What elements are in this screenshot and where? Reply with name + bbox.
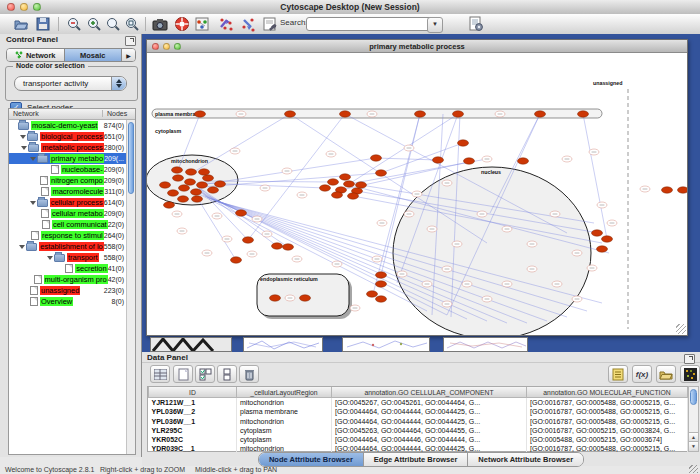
attribute-list-icon[interactable]: [608, 365, 628, 383]
tree-item[interactable]: Overview8(0): [9, 296, 127, 307]
tree-scrollbar-thumb[interactable]: [128, 122, 134, 194]
zoom-out-icon[interactable]: [66, 16, 82, 32]
tree-item[interactable]: nucleobase-209(0): [9, 164, 127, 175]
expander-icon[interactable]: [30, 199, 37, 206]
tree-item[interactable]: primary metabo209(...: [9, 153, 127, 164]
table-mode-icon[interactable]: [150, 365, 170, 383]
background-window-fragment[interactable]: [243, 337, 323, 352]
network-node[interactable]: [168, 190, 179, 196]
background-window-fragment[interactable]: [150, 337, 232, 352]
network-node[interactable]: [344, 181, 355, 187]
network-node[interactable]: [197, 182, 208, 188]
network-node[interactable]: [172, 167, 183, 173]
network-node[interactable]: [602, 236, 613, 242]
network-node[interactable]: [236, 210, 247, 216]
tree-scrollbar[interactable]: [126, 120, 135, 454]
tree-item[interactable]: multi-organism pro42(0): [9, 274, 127, 285]
tree-column-nodes[interactable]: Nodes: [102, 110, 127, 117]
expander-icon[interactable]: [47, 254, 54, 261]
tab-overflow-arrow[interactable]: ▶: [122, 49, 135, 61]
network-node[interactable]: [270, 295, 281, 301]
select-attributes-icon[interactable]: [195, 365, 215, 383]
tree-item[interactable]: metabolic process280(0): [9, 142, 127, 153]
frame-titlebar[interactable]: primary metabolic process: [147, 40, 687, 53]
network-node[interactable]: [164, 202, 175, 208]
network-node[interactable]: [348, 193, 359, 199]
tree-item[interactable]: transport558(0): [9, 252, 127, 263]
tree-item[interactable]: macromolecule311(0): [9, 186, 127, 197]
network-canvas[interactable]: plasma membrane cytoplasm mitochondrion …: [147, 53, 687, 335]
attribute-matrix-icon[interactable]: [680, 365, 700, 383]
network-node[interactable]: [272, 243, 283, 249]
network-node[interactable]: [376, 281, 387, 287]
network-node[interactable]: [243, 237, 254, 243]
tree-column-network[interactable]: Network: [13, 110, 39, 117]
network-node[interactable]: [185, 179, 196, 185]
tab-mosaic[interactable]: Mosaic: [65, 49, 123, 61]
search-config-icon[interactable]: [468, 16, 484, 32]
tree-item[interactable]: establishment of lo558(0): [9, 241, 127, 252]
window-resize-grip[interactable]: [689, 465, 698, 473]
network-node[interactable]: [415, 111, 426, 117]
snapshot-icon[interactable]: [152, 16, 168, 32]
import-attributes-icon[interactable]: [656, 365, 676, 383]
tree-item[interactable]: secretion41(0): [9, 263, 127, 274]
table-scrollbar-thumb[interactable]: [690, 389, 697, 405]
network-node[interactable]: [231, 257, 242, 263]
network-node[interactable]: [367, 291, 378, 297]
network-node[interactable]: [179, 185, 190, 191]
network-node[interactable]: [678, 187, 688, 193]
tree-item[interactable]: nitrogen compo209(0): [9, 175, 127, 186]
background-window-fragment[interactable]: [342, 337, 430, 352]
layout-icon-b[interactable]: [240, 16, 256, 32]
table-row[interactable]: YPL036W__2plasma membrane[GO:0044464, GO…: [149, 407, 688, 416]
column-header[interactable]: annotation.GO MOLECULAR_FUNCTION: [527, 387, 688, 398]
network-node[interactable]: [320, 185, 331, 191]
network-node[interactable]: [340, 111, 351, 117]
tree-item[interactable]: cell communicat22(0): [9, 219, 127, 230]
network-node[interactable]: [208, 187, 219, 193]
network-overview-icon[interactable]: [194, 16, 210, 32]
network-node[interactable]: [518, 158, 529, 164]
table-row[interactable]: YJR121W__1mitochondrion[GO:0045267, GO:0…: [149, 398, 688, 408]
tree-item[interactable]: cellular metabo209(0): [9, 208, 127, 219]
network-node[interactable]: [191, 189, 202, 195]
network-node[interactable]: [376, 296, 387, 302]
network-node[interactable]: [328, 179, 339, 185]
zoom-selected-icon[interactable]: [105, 16, 121, 32]
column-header[interactable]: _cellularLayoutRegion: [237, 387, 332, 398]
column-header[interactable]: ID: [149, 387, 237, 398]
network-node[interactable]: [662, 187, 673, 193]
network-node[interactable]: [371, 155, 382, 161]
tree-item[interactable]: biological_process651(0): [9, 131, 127, 142]
zoom-in-icon[interactable]: [86, 16, 102, 32]
network-node[interactable]: [464, 158, 475, 164]
network-node[interactable]: [535, 111, 546, 117]
tree-item[interactable]: mosaic-demo-yeast874(0): [9, 120, 127, 131]
table-row[interactable]: YPL036W__1mitochondrion[GO:0044464, GO:0…: [149, 417, 688, 426]
network-node[interactable]: [376, 272, 387, 278]
float-window-icon[interactable]: [684, 354, 695, 364]
network-node[interactable]: [178, 196, 189, 202]
network-node[interactable]: [433, 157, 444, 163]
tree-item[interactable]: response to stimul264(0): [9, 230, 127, 241]
network-node[interactable]: [453, 111, 464, 117]
function-builder-icon[interactable]: f(x): [632, 365, 652, 383]
network-node[interactable]: [592, 230, 603, 236]
save-icon[interactable]: [35, 16, 51, 32]
network-node[interactable]: [173, 175, 184, 181]
tree-item[interactable]: cellular process614(0): [9, 197, 127, 208]
column-header[interactable]: annotation.GO CELLULAR_COMPONENT: [332, 387, 527, 398]
network-node[interactable]: [160, 182, 171, 188]
unselect-attributes-icon[interactable]: [217, 365, 237, 383]
network-node[interactable]: [340, 174, 351, 180]
search-dropdown-arrow[interactable]: ▼: [427, 17, 443, 33]
network-node[interactable]: [285, 111, 296, 117]
search-input[interactable]: [306, 17, 432, 31]
scroll-down-button[interactable]: ▼: [689, 441, 698, 451]
new-attribute-icon[interactable]: [173, 365, 193, 383]
float-window-icon[interactable]: [125, 36, 136, 46]
table-scrollbar[interactable]: ▲ ▼: [688, 386, 699, 452]
dropdown-stepper-icon[interactable]: [111, 77, 126, 90]
network-node[interactable]: [458, 140, 469, 146]
